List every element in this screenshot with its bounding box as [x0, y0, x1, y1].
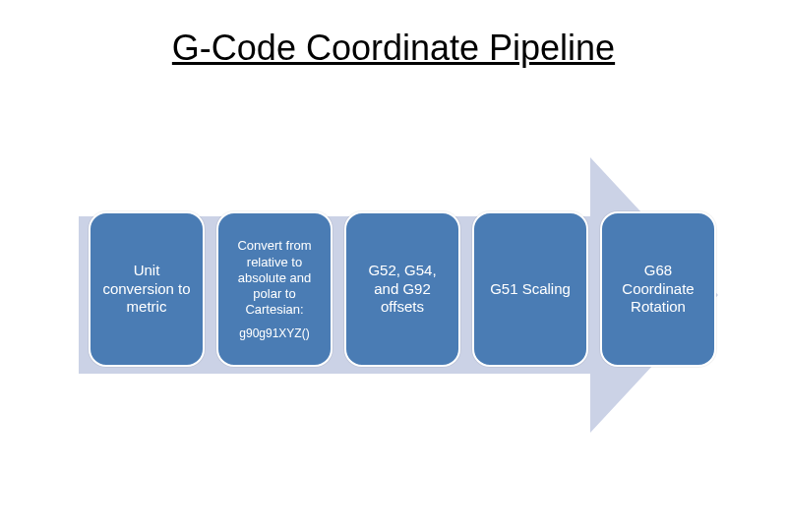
card-sublabel: g90g91XYZ() [239, 326, 309, 340]
card-convert-relative: Convert from relative to absolute and po… [216, 211, 333, 367]
card-label: Convert from relative to absolute and po… [226, 238, 323, 318]
card-label: G52, G54, and G92 offsets [354, 262, 451, 317]
card-unit-conversion: Unit conversion to metric [89, 211, 205, 367]
card-scaling: G51 Scaling [472, 211, 588, 367]
page-title: G-Code Coordinate Pipeline [0, 0, 787, 79]
pipeline-diagram: Unit conversion to metric Convert from r… [0, 98, 787, 511]
card-label: G51 Scaling [490, 280, 571, 299]
card-offsets: G52, G54, and G92 offsets [344, 211, 460, 367]
card-label: G68 Coordinate Rotation [610, 262, 706, 317]
card-rotation: G68 Coordinate Rotation [600, 211, 716, 367]
pipeline-cards-row: Unit conversion to metric Convert from r… [89, 211, 716, 367]
card-label: Unit conversion to metric [98, 262, 195, 317]
